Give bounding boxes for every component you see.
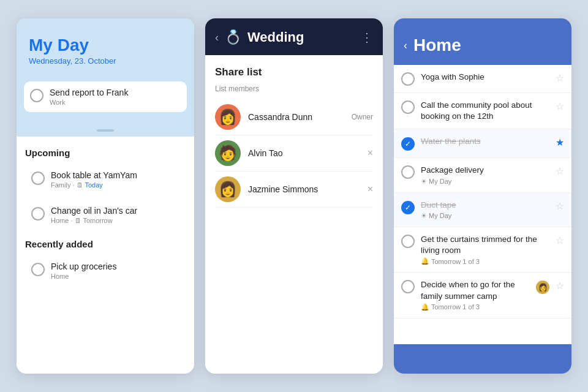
wedding-body: Share list List members 👩 Cassandra Dunn…	[205, 55, 383, 374]
home-task-5-content: Duct tape ☀ My Day	[421, 200, 549, 220]
home-task-4[interactable]: Package delivery ☀ My Day ☆	[394, 158, 571, 192]
calendar-icon-2: 🗓	[75, 217, 81, 224]
recent-task-1[interactable]: Pick up groceries Home	[25, 255, 186, 286]
myday-header: My Day Wednesday, 23. October	[17, 18, 194, 75]
home-task-5-sub: ☀ My Day	[421, 212, 549, 220]
main-task-title: Send report to Frank	[50, 88, 181, 97]
myday-icon-5: ☀	[421, 212, 427, 220]
home-task-2[interactable]: Call the community pool about booking on…	[394, 93, 571, 129]
home-circle-3[interactable]	[401, 137, 415, 151]
home-circle-1[interactable]	[401, 72, 415, 86]
myday-title: My Day	[29, 36, 182, 55]
home-card: ‹ Home Yoga with Sophie ☆ Call the commu…	[394, 18, 571, 374]
share-list-title: Share list	[215, 66, 373, 78]
home-circle-6[interactable]	[401, 235, 415, 248]
home-task-7-content: Decide when to go for the family summer …	[421, 279, 530, 311]
upcoming-task-1-title: Book table at YamYam	[51, 170, 179, 180]
home-task-7-sub: 🔔 Tomorrow 1 of 3	[421, 303, 530, 311]
star-2-icon[interactable]: ☆	[556, 100, 564, 112]
recent-task-1-text: Pick up groceries Home	[51, 262, 179, 280]
scroll-indicator	[17, 127, 194, 137]
main-task-sub: Work	[50, 99, 181, 106]
task-circle-1[interactable]	[31, 172, 45, 185]
myday-task-area: Send report to Frank Work	[17, 75, 194, 127]
star-3-icon[interactable]: ★	[556, 137, 564, 148]
task-tomorrow-tag: Tomorrow	[83, 217, 112, 224]
home-circle-5[interactable]	[401, 201, 415, 214]
star-4-icon[interactable]: ☆	[556, 165, 564, 177]
home-circle-7[interactable]	[401, 280, 415, 293]
home-task-1-content: Yoga with Sophie	[421, 72, 549, 83]
home-task-4-content: Package delivery ☀ My Day	[421, 165, 549, 185]
wedding-header-left: ‹ 💍 Wedding	[215, 29, 304, 45]
home-task-5-title: Duct tape	[421, 200, 549, 211]
member-row-1[interactable]: 👩 Cassandra Dunn Owner	[215, 99, 373, 135]
home-task-3-title: Water the plants	[421, 136, 549, 147]
list-members-label: List members	[215, 85, 373, 93]
home-circle-4[interactable]	[401, 165, 415, 179]
task-family-tag: Family	[51, 181, 70, 189]
recently-label: Recently added	[25, 239, 186, 249]
star-6-icon[interactable]: ☆	[556, 235, 564, 246]
upcoming-label: Upcoming	[25, 148, 186, 158]
home-task-4-sub: ☀ My Day	[421, 178, 549, 186]
home-back-icon[interactable]: ‹	[404, 39, 407, 52]
remove-member-3-button[interactable]: ×	[368, 184, 373, 195]
home-circle-2[interactable]	[401, 100, 415, 114]
member-role-1: Owner	[352, 113, 373, 121]
upcoming-task-1-text: Book table at YamYam Family · 🗓 Today	[51, 170, 179, 189]
home-task-3-content: Water the plants	[421, 136, 549, 147]
task-today-tag: Today	[85, 181, 102, 189]
home-task-6-sub: 🔔 Tomorrow 1 of 3	[421, 257, 549, 265]
reminder-icon-6: 🔔	[421, 257, 429, 265]
home-task-2-title: Call the community pool about booking on…	[421, 100, 549, 122]
home-task-6-title: Get the curtains trimmed for the living …	[421, 234, 549, 256]
star-5-icon[interactable]: ☆	[556, 200, 564, 212]
member-avatar-3: 👩	[215, 176, 241, 202]
wedding-title: Wedding	[247, 29, 304, 45]
home-task-7[interactable]: Decide when to go for the family summer …	[394, 273, 571, 318]
upcoming-task-1[interactable]: Book table at YamYam Family · 🗓 Today	[25, 164, 186, 195]
upcoming-task-2-sub: Home · 🗓 Tomorrow	[51, 217, 179, 224]
home-footer	[394, 344, 571, 374]
myday-date: Wednesday, 23. October	[29, 56, 182, 66]
star-1-icon[interactable]: ☆	[556, 72, 564, 84]
member-row-3[interactable]: 👩 Jazmine Simmons ×	[215, 172, 373, 208]
task-home-tag: Home	[51, 217, 69, 224]
star-7-icon[interactable]: ☆	[556, 280, 564, 292]
wedding-emoji-icon: 💍	[225, 29, 241, 45]
member-name-1: Cassandra Dunn	[248, 112, 344, 122]
remove-member-2-button[interactable]: ×	[368, 148, 373, 159]
home-task-7-title: Decide when to go for the family summer …	[421, 279, 530, 301]
task-circle-3[interactable]	[31, 263, 45, 276]
scroll-dot	[97, 129, 114, 132]
member-name-2: Alvin Tao	[248, 148, 360, 158]
home-task-3[interactable]: Water the plants ★	[394, 129, 571, 158]
member-avatar-2: 🧑	[215, 140, 241, 166]
upcoming-task-2-text: Change oil in Jan's car Home · 🗓 Tomorro…	[51, 206, 179, 224]
recent-task-1-sub: Home	[51, 273, 179, 280]
member-row-2[interactable]: 🧑 Alvin Tao ×	[215, 135, 373, 172]
wedding-card: ‹ 💍 Wedding ⋮ Share list List members 👩 …	[205, 18, 383, 374]
home-task-4-title: Package delivery	[421, 165, 549, 176]
back-arrow-icon[interactable]: ‹	[215, 31, 219, 44]
member-name-3: Jazmine Simmons	[248, 184, 360, 194]
home-task-2-content: Call the community pool about booking on…	[421, 100, 549, 122]
home-task-6[interactable]: Get the curtains trimmed for the living …	[394, 227, 571, 273]
main-task-item[interactable]: Send report to Frank Work	[24, 81, 187, 112]
wedding-header: ‹ 💍 Wedding ⋮	[205, 18, 383, 55]
home-task-1[interactable]: Yoga with Sophie ☆	[394, 65, 571, 93]
upcoming-task-1-sub: Family · 🗓 Today	[51, 181, 179, 189]
home-task-5[interactable]: Duct tape ☀ My Day ☆	[394, 193, 571, 227]
more-options-icon[interactable]: ⋮	[361, 30, 373, 45]
home-title: Home	[413, 36, 461, 55]
task-circle-2[interactable]	[31, 207, 45, 221]
upcoming-task-2[interactable]: Change oil in Jan's car Home · 🗓 Tomorro…	[25, 200, 186, 230]
task-7-avatar: 👩	[536, 281, 549, 294]
myday-body: Upcoming Book table at YamYam Family · 🗓…	[17, 137, 194, 374]
task-circle-main[interactable]	[30, 89, 43, 102]
home-header: ‹ Home	[394, 18, 571, 65]
recent-task-1-title: Pick up groceries	[51, 262, 179, 271]
myday-card: My Day Wednesday, 23. October Send repor…	[17, 18, 194, 374]
calendar-icon-1: 🗓	[77, 181, 83, 189]
